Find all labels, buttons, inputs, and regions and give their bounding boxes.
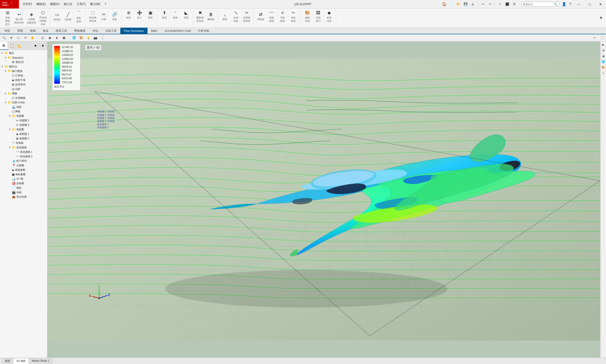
- right-btn-3[interactable]: ◉: [601, 54, 606, 58]
- print-btn[interactable]: 🖨: [469, 1, 476, 7]
- tree-item-surface2[interactable]: ◈ 表面图 2: [0, 136, 47, 141]
- view-orientation-btn[interactable]: ⬚: [99, 35, 106, 41]
- right-btn-6[interactable]: ≡: [601, 71, 606, 76]
- help-btn[interactable]: ?: [567, 1, 573, 7]
- right-btn-1[interactable]: ▶: [601, 42, 606, 47]
- tree-item-section2[interactable]: ✂ 切面图 2: [0, 123, 47, 127]
- delete-face-btn[interactable]: ✖ 删除/保留实体: [195, 10, 205, 23]
- tab-evaluate[interactable]: 评估: [89, 28, 102, 34]
- tree-item-project2-sub[interactable]: ⚙ 项目(2): [0, 60, 47, 64]
- tree-item-scene[interactable]: 🌊 场景: [0, 105, 47, 109]
- project-curve-btn[interactable]: ⌒ 投影曲线: [74, 10, 84, 24]
- toolbar-expand-btn[interactable]: ▼: [598, 15, 604, 21]
- tree-item-surface-param[interactable]: ◈ 表面参数: [0, 168, 47, 172]
- fillet-btn[interactable]: ◜ 倒角: [170, 10, 180, 20]
- expand-section-views[interactable]: ▼: [9, 115, 12, 117]
- tab-solidworks-cam[interactable]: SOLIDWORKS CAM: [161, 28, 194, 34]
- tree-item-fluid-subdomain[interactable]: ◈ 流体子域: [0, 78, 47, 82]
- settings-btn[interactable]: ⚙: [511, 1, 517, 7]
- remove-curve-btn[interactable]: 〰 移除曲面: [266, 10, 277, 23]
- view-split-right-btn[interactable]: ⊢: [592, 35, 598, 41]
- view-zoom-btn[interactable]: 🔍: [1, 35, 7, 41]
- tab-mold-tools[interactable]: 模具工具: [52, 28, 70, 34]
- tree-item-export-results[interactable]: 📤 导出结果: [0, 195, 47, 199]
- solid-to-mesh-btn[interactable]: ⬡ 3D实体到网格实体: [38, 10, 48, 27]
- move-copy-btn[interactable]: ⬚ 移动/复制实体: [88, 10, 98, 23]
- intersect-btn[interactable]: ⊕ 相交: [123, 10, 134, 20]
- tree-item-flow-trace2[interactable]: 〰 流动迹线 2: [0, 154, 47, 159]
- open-btn[interactable]: 📂: [455, 1, 462, 7]
- tree-item-flow-trace1[interactable]: 〰 流动迹线 1: [0, 150, 47, 154]
- tree-item-results[interactable]: ▼ 📁 结果 (3.fld): [0, 100, 47, 105]
- user-btn[interactable]: 👤: [561, 1, 567, 7]
- tab-surface[interactable]: 曲面: [27, 28, 39, 34]
- view-section-btn[interactable]: ◫: [40, 35, 46, 41]
- isocurve-btn[interactable]: ≡ 等参曲线: [277, 10, 288, 23]
- sidebar-tab-tree[interactable]: ⊞: [0, 41, 8, 50]
- undo-btn[interactable]: ↩: [480, 1, 486, 7]
- extract-btn[interactable]: ⬆ 抽壳: [159, 10, 170, 20]
- view-3d-btn[interactable]: 🌐: [71, 35, 77, 41]
- cavity-btn[interactable]: ▣ 型腔: [145, 10, 156, 20]
- menu-window[interactable]: 窗口(W): [88, 1, 102, 7]
- expand-input-data[interactable]: ▼: [4, 70, 8, 72]
- tree-item-project-header[interactable]: ▼ 📁 项目: [0, 51, 47, 55]
- split-btn[interactable]: ✂ 分割: [98, 11, 109, 22]
- viewport[interactable]: Z Y X 127487.20 121885.41 116283.62 1106…: [47, 41, 600, 358]
- search-input[interactable]: [523, 3, 554, 6]
- tree-item-project2[interactable]: ▼ 📁 项目(2): [0, 64, 47, 69]
- add-btn[interactable]: ➕ 加工: [134, 10, 145, 20]
- render-window-btn[interactable]: 🖼 渲染窗口: [313, 10, 323, 23]
- datum-plane-btn[interactable]: ▭ 基准面: [52, 11, 62, 22]
- chamfer-btn[interactable]: ◣ 切角: [181, 10, 191, 20]
- tree-item-result-mesh[interactable]: ⬡ 网格: [0, 109, 47, 114]
- menu-view[interactable]: 视图(V): [48, 1, 61, 7]
- view-pan-btn[interactable]: ✋: [29, 35, 36, 41]
- sidebar-collapse-left-btn[interactable]: ◀: [31, 41, 39, 50]
- new-btn[interactable]: 📄: [448, 1, 454, 7]
- split-line-btn[interactable]: ╱ 分割线: [63, 11, 73, 22]
- tree-item-surface1[interactable]: ◈ 表面图 1: [0, 132, 47, 136]
- connect-btn[interactable]: 🔗 连接: [110, 11, 120, 22]
- tab-mesh-modeling[interactable]: 网格建模: [70, 28, 89, 34]
- expand-project[interactable]: ▼: [1, 52, 4, 54]
- scale-btn[interactable]: ⤡ 比例缩放: [231, 10, 241, 23]
- tree-item-xy-plot[interactable]: 📊 XY 图: [0, 177, 47, 181]
- material-btn[interactable]: ◆ 材质渲染: [324, 10, 334, 23]
- tab-mbd[interactable]: MBD: [148, 28, 161, 34]
- menu-tools[interactable]: 工具(T): [75, 1, 88, 7]
- tab-analysis-prep[interactable]: 分析准备: [194, 28, 213, 34]
- use-surface-cut-btn[interactable]: ✂ 使用曲面切除: [242, 10, 252, 23]
- right-btn-2[interactable]: ⊞: [601, 48, 606, 53]
- tree-item-section1[interactable]: ✂ 切面图 1: [0, 118, 47, 123]
- replace-btn[interactable]: ⇄ 替换面: [256, 11, 266, 22]
- view-camera-btn[interactable]: 📷: [92, 35, 98, 41]
- tree-item-global-mesh[interactable]: ⬡ 全局网格: [0, 96, 47, 100]
- view-fullscreen-btn[interactable]: ⛶: [599, 35, 605, 41]
- view-perspective-btn[interactable]: ◈: [54, 35, 60, 41]
- expand-default[interactable]: ▼: [4, 56, 8, 59]
- close-btn[interactable]: ✕: [595, 0, 606, 9]
- import-mesh-btn[interactable]: ↩ 输入网格的实体: [13, 11, 25, 25]
- tree-item-flow-traces[interactable]: ▼ 📁 流动迹线: [0, 145, 47, 150]
- status-tab-motion[interactable]: Motion Study 1: [29, 358, 52, 364]
- menu-edit[interactable]: 编辑(E): [34, 1, 48, 7]
- home-btn[interactable]: 🏠: [441, 1, 447, 7]
- status-tab-model[interactable]: 模型: [2, 358, 13, 364]
- view-fit-btn[interactable]: ⬡: [15, 35, 21, 41]
- sidebar-collapse-right-btn[interactable]: ▶: [39, 41, 47, 50]
- menu-insert[interactable]: 插入(I): [62, 1, 74, 7]
- view-light-btn[interactable]: 💡: [85, 35, 91, 41]
- tree-item-mesh[interactable]: ▼ 📁 网格: [0, 91, 47, 96]
- view-zoom-area-btn[interactable]: ⊕: [8, 35, 14, 41]
- menu-help[interactable]: ?: [103, 2, 108, 7]
- tree-item-calc-domain[interactable]: ⬡ 计算域: [0, 73, 47, 78]
- tree-item-report[interactable]: 📄 报告: [0, 186, 47, 190]
- tree-item-point-param[interactable]: 📍 点参数: [0, 163, 47, 168]
- expand-results[interactable]: ▼: [4, 101, 8, 104]
- toggle-mesh-btn[interactable]: ⊞ 切换网格显示: [2, 10, 13, 27]
- view-rotate-btn[interactable]: ↺: [22, 35, 28, 41]
- tree-item-input-data[interactable]: ▼ 📁 输入数据: [0, 69, 47, 73]
- view-display-btn[interactable]: ◉: [47, 35, 53, 41]
- tree-item-goal-plot[interactable]: 🎯 目标图: [0, 181, 47, 186]
